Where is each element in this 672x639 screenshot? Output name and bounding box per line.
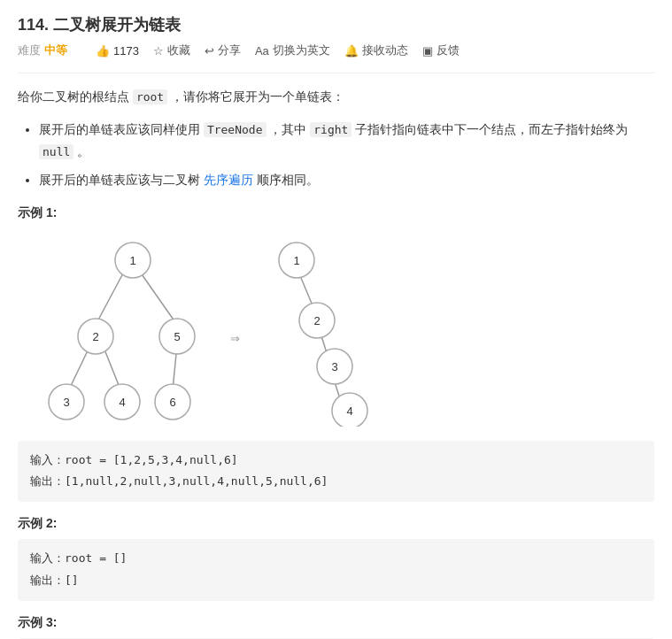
- notify-label: 接收动态: [362, 42, 408, 58]
- difficulty-label: 难度: [18, 42, 41, 58]
- svg-text:2: 2: [313, 314, 320, 327]
- preorder-text: 先序遍历: [204, 173, 253, 187]
- problem-title: 114. 二叉树展开为链表: [18, 14, 181, 35]
- bell-icon: 🔔: [344, 44, 359, 58]
- switch-lang-item[interactable]: Aa 切换为英文: [255, 42, 330, 58]
- svg-text:3: 3: [331, 360, 337, 373]
- example3-title: 示例 3:: [18, 615, 654, 631]
- translate-icon: Aa: [255, 44, 269, 58]
- tree-diagram: 1 2 5 3 4 6 ⇒: [35, 232, 478, 427]
- difficulty-item: 难度 中等: [18, 42, 67, 58]
- collect-label: 收藏: [167, 42, 190, 58]
- meta-divider: [18, 73, 654, 73]
- example2-output: 输出：[]: [30, 570, 642, 592]
- bullet-item-2: 展开后的单链表应该与二叉树 先序遍历 顺序相同。: [39, 169, 654, 191]
- root-code: root: [133, 89, 167, 104]
- example2-box: 输入：root = [] 输出：[]: [18, 539, 654, 600]
- example1-title: 示例 1:: [18, 205, 654, 221]
- share-icon: ↩: [205, 44, 214, 58]
- svg-line-0: [96, 272, 124, 325]
- share-item[interactable]: ↩ 分享: [205, 42, 241, 58]
- like-icon: 👍: [96, 44, 110, 58]
- share-label: 分享: [218, 42, 241, 58]
- svg-text:⇒: ⇒: [230, 332, 240, 345]
- star-icon: ☆: [153, 44, 164, 58]
- problem-desc: 给你二叉树的根结点 root ，请你将它展开为一个单链表：: [18, 86, 654, 108]
- diagram-area: 1 2 5 3 4 6 ⇒: [18, 232, 654, 427]
- notify-item[interactable]: 🔔 接收动态: [344, 42, 408, 58]
- meta-row: 难度 中等 👍 1173 ☆ 收藏 ↩ 分享 Aa 切换为英文 🔔 接收动态 ▣…: [18, 42, 654, 58]
- svg-text:6: 6: [169, 396, 175, 409]
- svg-text:2: 2: [92, 330, 98, 343]
- right-code: right: [310, 122, 351, 137]
- svg-text:5: 5: [174, 330, 180, 343]
- example2-title: 示例 2:: [18, 516, 654, 532]
- switch-lang-label: 切换为英文: [273, 42, 330, 58]
- example1-output: 输出：[1,null,2,null,3,null,4,null,5,null,6…: [30, 471, 642, 493]
- svg-text:3: 3: [63, 396, 69, 409]
- svg-text:1: 1: [293, 254, 299, 267]
- svg-text:4: 4: [119, 396, 125, 409]
- like-count: 1173: [113, 44, 139, 58]
- example1-input: 输入：root = [1,2,5,3,4,null,6]: [30, 450, 642, 472]
- treenode-code: TreeNode: [204, 122, 266, 137]
- collect-item[interactable]: ☆ 收藏: [153, 42, 190, 58]
- example2-input: 输入：root = []: [30, 548, 642, 570]
- feedback-item[interactable]: ▣ 反馈: [422, 42, 460, 58]
- difficulty-value: 中等: [44, 42, 67, 58]
- feedback-label: 反馈: [436, 42, 460, 58]
- svg-text:4: 4: [346, 404, 352, 418]
- feedback-icon: ▣: [422, 44, 433, 58]
- example1-box: 输入：root = [1,2,5,3,4,null,6] 输出：[1,null,…: [18, 441, 654, 502]
- bullet-list: 展开后的单链表应该同样使用 TreeNode ，其中 right 子指针指向链表…: [39, 119, 654, 191]
- null-code: null: [39, 144, 73, 159]
- svg-text:1: 1: [129, 254, 135, 267]
- like-item[interactable]: 👍 1173: [96, 44, 139, 58]
- bullet-item-1: 展开后的单链表应该同样使用 TreeNode ，其中 right 子指针指向链表…: [39, 119, 654, 163]
- svg-line-1: [140, 272, 177, 325]
